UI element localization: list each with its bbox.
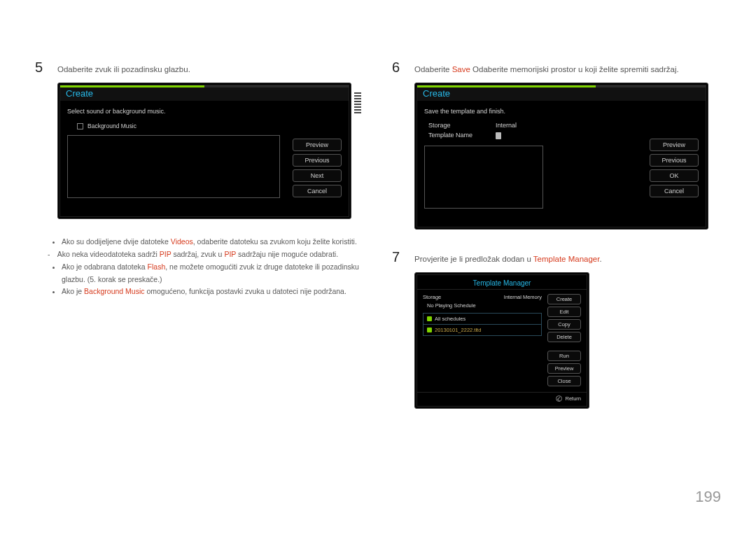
tm-copy-button[interactable]: Copy [547,319,581,330]
template-name-row: Template Name [428,132,637,140]
videos-red: Videos [171,237,193,246]
previous-button[interactable]: Previous [293,154,342,167]
step7-number: 7 [392,249,405,265]
device3-wrap: Template Manager Storage Internal Memory… [392,272,721,409]
tm-all-schedules[interactable]: All schedules [424,314,541,324]
tm-preview-button[interactable]: Preview [547,363,581,374]
device-create-sound: Create Select sound or background music.… [57,83,351,219]
next-button[interactable]: Next [293,169,342,182]
screen3: Template Manager Storage Internal Memory… [416,274,587,407]
template-manager-red: Template Manager [533,255,600,263]
left-column: 5 Odaberite zvuk ili pozadinsku glazbu. … [35,59,364,409]
columns: 5 Odaberite zvuk ili pozadinsku glazbu. … [35,59,721,409]
tm-list-box: All schedules 20130101_2222.tltd [423,313,542,336]
tm-edit-button[interactable]: Edit [547,307,581,317]
square-icon [427,316,432,321]
cancel-button[interactable]: Cancel [650,185,699,197]
background-music-label: Background Music [88,122,136,129]
screen1: Create Select sound or background music.… [59,85,349,217]
step5-row: 5 Odaberite zvuk ili pozadinsku glazbu. [35,59,364,76]
bgm-red: Background Music [84,287,144,295]
tm-title: Template Manager [417,275,587,290]
bullet-2: Ako je odabrana datoteka Flash, ne možet… [62,261,364,286]
template-name-label: Template Name [428,132,491,140]
screen2-instruction: Save the template and ﬁnish. [424,108,699,115]
left-bullets: Ako su dodijeljene dvije datoteke Videos… [53,236,364,298]
tm-return-row[interactable]: Return [417,392,587,406]
tm-return-label: Return [565,395,581,402]
device-side-buttons-icon [354,92,363,113]
tm-close-button[interactable]: Close [547,376,581,386]
step5-text: Odaberite zvuk ili pozadinsku glazbu. [57,65,190,73]
preview-button[interactable]: Preview [650,139,699,151]
device-create-save: Create Save the template and ﬁnish. Stor… [414,83,708,230]
tm-storage-row: Storage Internal Memory [423,294,542,300]
step6-text: Odaberite Save Odaberite memorijski pros… [414,65,679,73]
progress-bar-icon [417,85,596,87]
tm-storage-value: Internal Memory [504,294,542,300]
step7-row: 7 Provjerite je li predložak dodan u Tem… [392,249,721,265]
screen2-button-col: Preview Previous OK Cancel [650,139,699,209]
bullet-3: Ako je Background Music omogućeno, funkc… [62,286,364,298]
tm-delete-button[interactable]: Delete [547,332,581,342]
progress-bar-icon [60,85,204,87]
preview-button[interactable]: Preview [293,139,342,151]
square-icon [427,328,432,332]
pip-red-2: PIP [224,250,236,258]
screen1-instruction: Select sound or background music. [67,108,342,115]
tm-run-button[interactable]: Run [547,351,581,361]
tm-storage-label: Storage [423,294,441,300]
device2-wrap: Create Save the template and ﬁnish. Stor… [392,83,721,230]
step6-row: 6 Odaberite Save Odaberite memorijski pr… [392,59,721,76]
checkbox-icon[interactable] [77,123,83,129]
screen1-title-bar: Create [60,85,349,101]
document-icon [496,132,501,139]
tm-button-column: Create Edit Copy Delete Run Preview Clos… [547,294,581,386]
right-column: 6 Odaberite Save Odaberite memorijski pr… [392,59,721,409]
storage-value: Internal [496,122,517,129]
cancel-button[interactable]: Cancel [293,185,342,197]
previous-button[interactable]: Previous [650,154,699,167]
step7-text: Provjerite je li predložak dodan u Templ… [414,255,602,263]
ok-button[interactable]: OK [650,169,699,182]
device1-wrap: Create Select sound or background music.… [35,83,364,219]
tm-create-button[interactable]: Create [547,294,581,304]
page: 5 Odaberite zvuk ili pozadinsku glazbu. … [0,0,756,534]
screen1-title: Create [66,88,93,99]
storage-row: Storage Internal [428,122,637,129]
device-template-manager: Template Manager Storage Internal Memory… [414,272,589,409]
preview-area [424,146,543,209]
flash-red: Flash [148,262,166,271]
save-red: Save [452,65,470,73]
preview-area [67,135,280,198]
step5-number: 5 [35,59,48,76]
screen2-title: Create [423,88,450,99]
background-music-checkbox-row[interactable]: Background Music [77,122,280,129]
pip-red: PIP [160,250,172,258]
tm-no-schedule: No Playing Schedule [427,302,542,309]
screen2-title-bar: Create [417,85,706,101]
storage-label: Storage [428,122,491,129]
return-icon [556,395,562,402]
bullet-1: Ako su dodijeljene dvije datoteke Videos… [62,236,364,248]
bullet-1-sub: Ako neka videodatoteka sadrži PIP sadrža… [60,248,364,261]
tm-item-selected[interactable]: 20130101_2222.tltd [424,325,541,335]
screen1-button-col: Preview Previous Next Cancel [293,139,342,198]
screen2: Create Save the template and ﬁnish. Stor… [416,85,706,227]
page-number: 199 [695,488,721,506]
step6-number: 6 [392,59,405,76]
